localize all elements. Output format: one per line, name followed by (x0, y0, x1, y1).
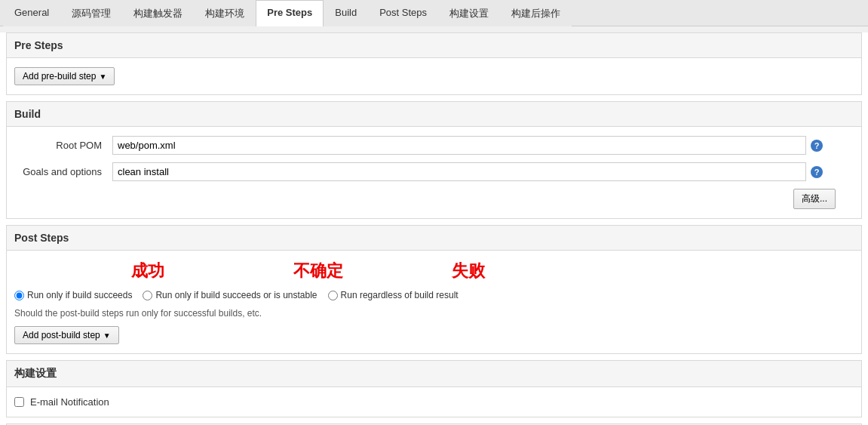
post-steps-radio-group: Run only if build succeeds Run only if b… (14, 290, 854, 300)
goals-label: Goals and options (14, 166, 112, 177)
build-settings-header: 构建设置 (7, 361, 861, 387)
pre-steps-section: Pre Steps Add pre-build step ▼ (6, 32, 862, 95)
radio-succeeds-label[interactable]: Run only if build succeeds (14, 290, 132, 300)
pre-steps-body: Add pre-build step ▼ (7, 58, 861, 94)
tab-general[interactable]: General (3, 0, 60, 26)
post-dropdown-arrow-icon: ▼ (103, 331, 111, 340)
add-pre-build-label: Add pre-build step (23, 71, 96, 82)
post-steps-header: Post Steps (7, 226, 861, 251)
tab-bar: General源码管理构建触发器构建环境Pre StepsBuildPost S… (0, 0, 868, 26)
dropdown-arrow-icon: ▼ (99, 72, 106, 81)
post-steps-section: Post Steps 成功 不确定 失败 Run only if build s… (6, 225, 862, 354)
radio-regardless-label[interactable]: Run regardless of build result (328, 290, 459, 300)
tab-post-steps[interactable]: Post Steps (368, 0, 438, 26)
tab-构建设置[interactable]: 构建设置 (438, 0, 500, 26)
chinese-labels-row: 成功 不确定 失败 (14, 260, 854, 287)
add-post-build-label: Add post-build step (23, 330, 100, 340)
email-notification-checkbox[interactable] (14, 397, 24, 407)
radio-regardless[interactable] (328, 291, 338, 300)
email-notification-row: E-mail Notification (14, 396, 854, 408)
build-title: Build (14, 108, 41, 120)
build-settings-section: 构建设置 E-mail Notification (6, 360, 862, 417)
root-pom-label: Root POM (14, 140, 112, 151)
advanced-row: 高级... (14, 189, 854, 209)
goals-help-icon[interactable]: ? (811, 166, 823, 178)
radio-unstable[interactable] (143, 291, 152, 300)
root-pom-row: Root POM ? (14, 136, 854, 155)
tab-构建后操作[interactable]: 构建后操作 (500, 0, 572, 26)
goals-input[interactable] (112, 162, 806, 181)
tab-pre-steps[interactable]: Pre Steps (256, 0, 324, 26)
tab-构建环境[interactable]: 构建环境 (194, 0, 256, 26)
build-header: Build (7, 102, 861, 127)
tab-build[interactable]: Build (324, 0, 368, 26)
root-pom-input[interactable] (112, 136, 806, 155)
post-steps-title: Post Steps (14, 232, 69, 244)
advanced-button[interactable]: 高级... (793, 189, 836, 209)
tab-构建触发器[interactable]: 构建触发器 (122, 0, 194, 26)
add-post-build-step-button[interactable]: Add post-build step ▼ (14, 326, 119, 344)
radio-regardless-text: Run regardless of build result (341, 290, 459, 300)
email-notification-label: E-mail Notification (30, 396, 109, 408)
post-steps-description: Should the post-build steps run only for… (14, 308, 854, 319)
pre-steps-title: Pre Steps (14, 39, 63, 51)
build-settings-title: 构建设置 (14, 367, 57, 379)
pre-steps-header: Pre Steps (7, 33, 861, 58)
root-pom-help-icon[interactable]: ? (811, 140, 823, 152)
radio-unstable-text: Run only if build succeeds or is unstabl… (155, 290, 317, 300)
build-body: Root POM ? Goals and options ? 高级... (7, 127, 861, 218)
post-steps-body: 成功 不确定 失败 Run only if build succeeds Run… (7, 251, 861, 353)
content-area: Pre Steps Add pre-build step ▼ Build Roo… (0, 32, 868, 425)
unstable-chinese-label: 不确定 (293, 260, 343, 282)
goals-row: Goals and options ? (14, 162, 854, 181)
radio-succeeds-text: Run only if build succeeds (27, 290, 132, 300)
success-chinese-label: 成功 (131, 260, 164, 282)
add-pre-build-step-button[interactable]: Add pre-build step ▼ (14, 67, 115, 85)
failure-chinese-label: 失败 (452, 260, 485, 282)
radio-unstable-label[interactable]: Run only if build succeeds or is unstabl… (143, 290, 317, 300)
build-settings-body: E-mail Notification (7, 387, 861, 417)
advanced-label: 高级... (802, 192, 827, 205)
radio-succeeds[interactable] (14, 291, 24, 300)
tab-源码管理[interactable]: 源码管理 (60, 0, 122, 26)
build-section: Build Root POM ? Goals and options ? 高级.… (6, 101, 862, 219)
